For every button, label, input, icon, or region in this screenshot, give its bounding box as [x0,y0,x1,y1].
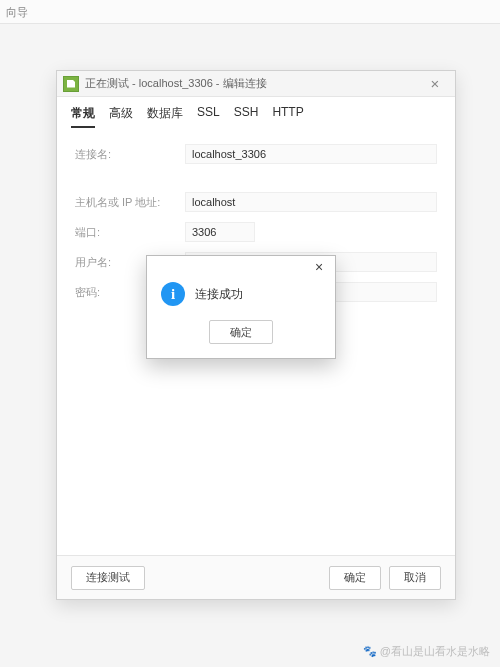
tab-database[interactable]: 数据库 [147,105,183,128]
message-dialog-header: × [147,256,335,278]
input-port[interactable] [185,222,255,242]
tab-http[interactable]: HTTP [272,105,303,128]
close-icon[interactable]: × [309,259,329,275]
tab-ssl[interactable]: SSL [197,105,220,128]
label-host: 主机名或 IP 地址: [75,195,185,210]
info-icon: i [161,282,185,306]
label-connection-name: 连接名: [75,147,185,162]
input-connection-name[interactable] [185,144,437,164]
close-icon[interactable]: × [421,75,449,92]
tab-general[interactable]: 常规 [71,105,95,128]
message-text: 连接成功 [195,286,243,303]
message-ok-button[interactable]: 确定 [209,320,273,344]
parent-window-strip: 向导 [0,0,500,24]
ok-button[interactable]: 确定 [329,566,381,590]
label-port: 端口: [75,225,185,240]
message-dialog: × i 连接成功 确定 [146,255,336,359]
app-icon [63,76,79,92]
tab-advanced[interactable]: 高级 [109,105,133,128]
watermark: 🐾@看山是山看水是水略 [363,644,490,659]
title-bar: 正在测试 - localhost_3306 - 编辑连接 × [57,71,455,97]
input-host[interactable] [185,192,437,212]
tab-bar: 常规 高级 数据库 SSL SSH HTTP [57,97,455,134]
window-title: 正在测试 - localhost_3306 - 编辑连接 [85,76,421,91]
tab-ssh[interactable]: SSH [234,105,259,128]
paw-icon: 🐾 [363,645,377,657]
cancel-button[interactable]: 取消 [389,566,441,590]
test-connection-button[interactable]: 连接测试 [71,566,145,590]
dialog-footer: 连接测试 确定 取消 [57,555,455,599]
